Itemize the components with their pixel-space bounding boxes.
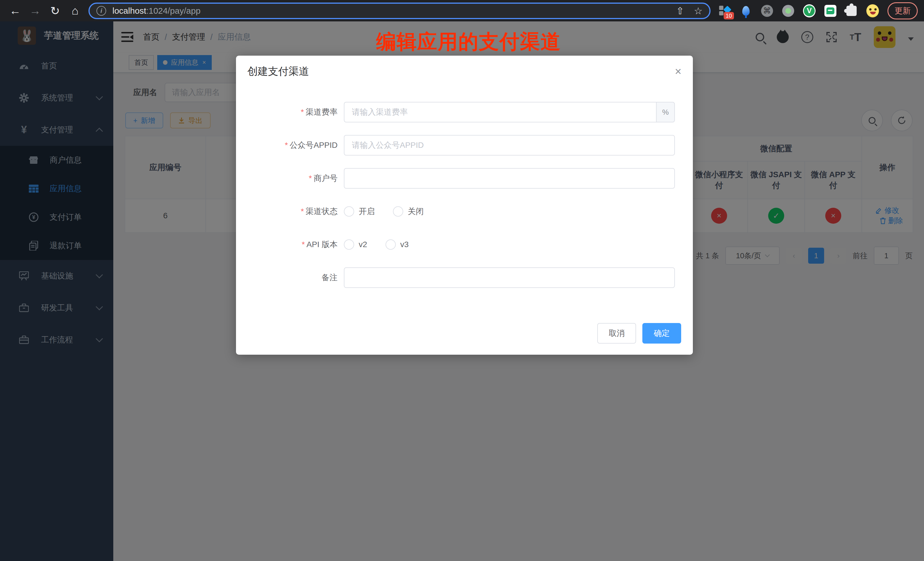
browser-back-button[interactable]: ← [5,1,25,21]
site-info-icon[interactable]: i [96,6,106,16]
extension-chat-icon[interactable] [824,4,837,17]
task-annotation: 编辑应用的支付渠道 [376,28,561,56]
radio-circle-icon [344,239,354,250]
profile-avatar[interactable] [866,4,879,17]
cancel-button[interactable]: 取消 [597,323,636,344]
form-row-mch: *商户号 [236,168,693,189]
puzzle-icon [846,6,856,16]
address-bar[interactable]: i localhost:1024/pay/app ⇧ ☆ [88,3,711,19]
extension-balloon-icon[interactable] [740,4,752,17]
browser-home-button[interactable]: ⌂ [65,1,85,21]
form-row-rate: *渠道费率 % [236,102,693,122]
dialog-close-icon[interactable]: × [675,66,681,77]
status-closed-radio[interactable]: 关闭 [393,206,424,217]
extension-grid-icon[interactable]: 10 [718,4,731,17]
radio-circle-icon [393,206,403,217]
required-mark: * [285,141,288,150]
share-icon[interactable]: ⇧ [676,5,684,16]
balloon-icon [742,6,750,16]
browser-reload-button[interactable]: ↻ [45,1,65,21]
api-v2-radio[interactable]: v2 [344,239,367,250]
profile-emoji-icon [866,4,879,17]
url-path: :1024/pay/app [146,6,200,15]
extension-dot-icon[interactable] [782,4,795,17]
remark-input[interactable] [344,267,675,288]
extensions-row: 10 ⌘ V 更新 ⋮ [718,2,924,20]
chrome-update-button[interactable]: 更新 [888,2,918,20]
api-v3-radio[interactable]: v3 [386,239,409,250]
url-text[interactable]: localhost:1024/pay/app [112,6,666,16]
rate-label: *渠道费率 [236,107,344,118]
extension-vue-icon[interactable]: V [803,4,816,17]
v-logo-icon: V [803,4,816,17]
mch-label: *商户号 [236,173,344,184]
required-mark: * [309,174,312,183]
command-icon: ⌘ [761,5,773,17]
url-host: localhost [112,6,146,15]
browser-forward-button[interactable]: → [25,1,45,21]
appid-label: *公众号APPID [236,140,344,151]
bookmark-star-icon[interactable]: ☆ [694,5,702,16]
remark-label: 备注 [236,272,344,283]
extensions-puzzle-button[interactable] [845,4,858,17]
form-row-api: *API 版本 v2 v3 [236,234,693,255]
mch-input[interactable] [344,168,675,189]
form-row-remark: 备注 [236,267,693,288]
dialog-footer: 取消 确定 [236,323,693,344]
radio-circle-icon [344,206,354,217]
app-viewport: 🐰 芋道管理系统 首页 系统管理 ¥ 支付管理 [0,21,924,561]
create-channel-dialog: 创建支付渠道 × *渠道费率 % *公众号APPID *商户号 [236,56,693,355]
required-mark: * [301,207,304,216]
required-mark: * [301,108,304,116]
radio-circle-icon [386,239,396,250]
status-label: *渠道状态 [236,206,344,217]
dialog-header: 创建支付渠道 × [236,56,693,87]
extension-command-icon[interactable]: ⌘ [761,4,773,17]
status-open-radio[interactable]: 开启 [344,206,375,217]
chat-bubble-icon [824,5,836,17]
dialog-form: *渠道费率 % *公众号APPID *商户号 *渠道状态 开启 [236,102,693,288]
green-dot-icon [782,5,794,17]
required-mark: * [302,240,305,249]
confirm-button[interactable]: 确定 [642,323,681,344]
percent-suffix: % [656,102,675,122]
grid-squares-icon [719,6,723,16]
extension-badge: 10 [724,12,734,20]
form-row-appid: *公众号APPID [236,135,693,156]
api-label: *API 版本 [236,239,344,250]
dialog-title: 创建支付渠道 [248,64,309,78]
form-row-status: *渠道状态 开启 关闭 [236,201,693,222]
appid-input[interactable] [344,135,675,156]
browser-toolbar: ← → ↻ ⌂ i localhost:1024/pay/app ⇧ ☆ 10 … [0,0,924,21]
rate-input[interactable] [344,102,656,122]
